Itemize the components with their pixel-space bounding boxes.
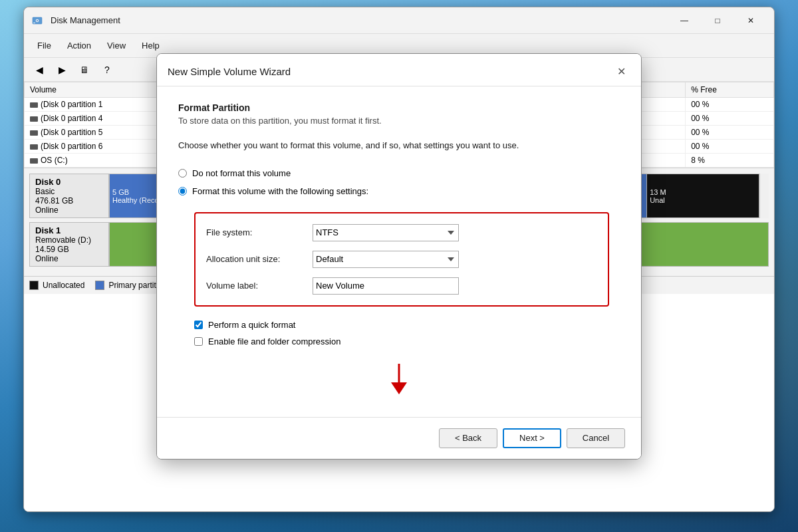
next-button[interactable]: Next > [503, 428, 561, 448]
back-button[interactable]: < Back [439, 428, 497, 448]
checkbox-quick-format[interactable]: Perform a quick format [194, 320, 620, 330]
red-arrow-icon [386, 362, 412, 396]
wizard-footer: < Back Next > Cancel [157, 417, 641, 459]
radio-group: Do not format this volume Format this vo… [178, 168, 620, 196]
wizard-title-bar: New Simple Volume Wizard ✕ [157, 54, 641, 86]
checkbox-group: Perform a quick format Enable file and f… [178, 320, 620, 346]
setting-row-filesystem: File system: NTFS FAT32 exFAT [206, 224, 597, 241]
settings-box: File system: NTFS FAT32 exFAT Allocation… [194, 212, 609, 307]
section-subtitle: To store data on this partition, you mus… [178, 116, 620, 126]
setting-row-volume-label: Volume label: [206, 277, 597, 295]
filesystem-label: File system: [206, 227, 313, 237]
filesystem-control: NTFS FAT32 exFAT [313, 224, 597, 241]
allocation-select[interactable]: Default 512 1024 2048 4096 [313, 251, 459, 268]
cancel-button[interactable]: Cancel [567, 428, 625, 448]
wizard-close-button[interactable]: ✕ [612, 62, 630, 80]
svg-marker-5 [391, 382, 407, 394]
filesystem-select[interactable]: NTFS FAT32 exFAT [313, 224, 459, 241]
volume-label-label: Volume label: [206, 281, 313, 291]
quick-format-checkbox[interactable] [194, 321, 203, 329]
compression-checkbox[interactable] [194, 337, 203, 346]
setting-row-allocation: Allocation unit size: Default 512 1024 2… [206, 251, 597, 268]
arrow-annotation [178, 362, 620, 396]
radio-format-input[interactable] [178, 187, 187, 196]
allocation-control: Default 512 1024 2048 4096 [313, 251, 597, 268]
checkbox-compression[interactable]: Enable file and folder compression [194, 336, 620, 346]
wizard-dialog: New Simple Volume Wizard ✕ Format Partit… [156, 53, 642, 460]
wizard-overlay: New Simple Volume Wizard ✕ Format Partit… [0, 0, 798, 532]
allocation-label: Allocation unit size: [206, 254, 313, 264]
radio-no-format[interactable]: Do not format this volume [178, 168, 620, 178]
wizard-description: Choose whether you want to format this v… [178, 139, 620, 152]
wizard-title: New Simple Volume Wizard [168, 66, 291, 77]
volume-label-control [313, 277, 597, 295]
volume-label-input[interactable] [313, 277, 459, 295]
radio-format[interactable]: Format this volume with the following se… [178, 186, 620, 196]
section-title: Format Partition [178, 102, 620, 113]
radio-no-format-input[interactable] [178, 169, 187, 178]
wizard-body: Format Partition To store data on this p… [157, 86, 641, 417]
